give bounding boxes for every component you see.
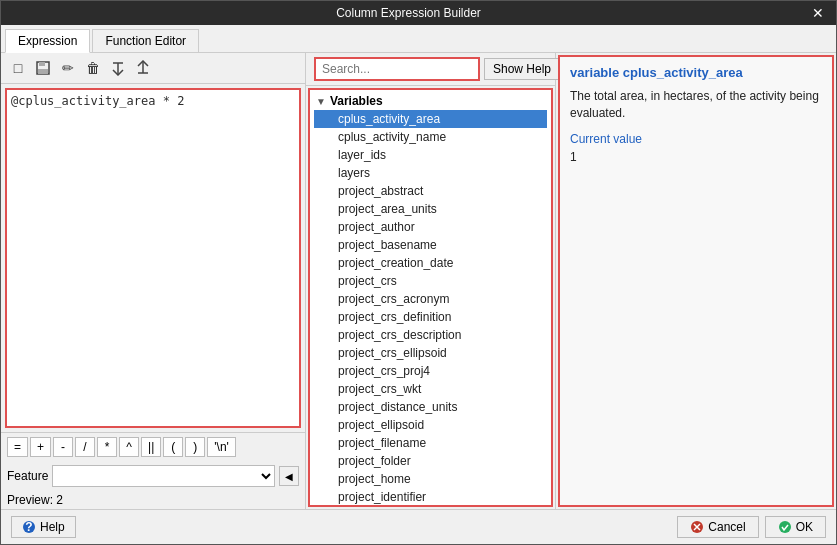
delete-expression-button[interactable]: 🗑 (82, 57, 104, 79)
ok-button[interactable]: OK (765, 516, 826, 538)
import-button[interactable] (107, 57, 129, 79)
list-item[interactable]: project_folder (314, 452, 547, 470)
list-item[interactable]: cplus_activity_name (314, 128, 547, 146)
list-item[interactable]: project_crs_acronym (314, 290, 547, 308)
variable-description: The total area, in hectares, of the acti… (570, 88, 822, 122)
cancel-icon (690, 520, 704, 534)
op-divide[interactable]: / (75, 437, 95, 457)
list-item[interactable]: project_distance_units (314, 398, 547, 416)
edit-expression-button[interactable]: ✏ (57, 57, 79, 79)
title-bar: Column Expression Builder ✕ (1, 1, 836, 25)
list-item[interactable]: project_crs_definition (314, 308, 547, 326)
op-concat[interactable]: || (141, 437, 161, 457)
list-item[interactable]: project_home (314, 470, 547, 488)
close-button[interactable]: ✕ (808, 5, 828, 21)
expand-arrow-icon: ▼ (316, 96, 326, 107)
main-content: □ ✏ 🗑 @cplus_activity_area * 2 = + - (1, 53, 836, 509)
list-item[interactable]: project_ellipsoid (314, 416, 547, 434)
help-panel: variable cplus_activity_area The total a… (558, 55, 834, 507)
list-item[interactable]: layer_ids (314, 146, 547, 164)
preview-value: 2 (56, 493, 63, 507)
help-button[interactable]: ? Help (11, 516, 76, 538)
operators-bar: = + - / * ^ || ( ) '\n' (1, 432, 305, 461)
variables-group: ▼ Variables cplus_activity_area cplus_ac… (310, 90, 551, 507)
list-item[interactable]: project_crs (314, 272, 547, 290)
variables-group-header[interactable]: ▼ Variables (314, 92, 547, 110)
svg-text:?: ? (25, 520, 32, 534)
feature-row: Feature ◀ (1, 461, 305, 491)
save-expression-button[interactable] (32, 57, 54, 79)
dialog-title: Column Expression Builder (9, 6, 808, 20)
cancel-button[interactable]: Cancel (677, 516, 758, 538)
tab-function-editor[interactable]: Function Editor (92, 29, 199, 52)
op-newline[interactable]: '\n' (207, 437, 236, 457)
svg-rect-2 (38, 69, 48, 74)
expression-input[interactable]: @cplus_activity_area * 2 (5, 88, 301, 428)
op-lparen[interactable]: ( (163, 437, 183, 457)
list-item[interactable]: project_author (314, 218, 547, 236)
list-item[interactable]: project_filename (314, 434, 547, 452)
list-item[interactable]: layers (314, 164, 547, 182)
help-icon: ? (22, 520, 36, 534)
search-input[interactable] (314, 57, 480, 81)
tab-expression[interactable]: Expression (5, 29, 90, 53)
list-item[interactable]: project_basename (314, 236, 547, 254)
svg-point-14 (779, 521, 791, 533)
tab-bar: Expression Function Editor (1, 25, 836, 53)
current-value-label: Current value (570, 132, 822, 146)
op-multiply[interactable]: * (97, 437, 117, 457)
variables-group-label: Variables (330, 94, 383, 108)
op-equals[interactable]: = (7, 437, 28, 457)
expression-toolbar: □ ✏ 🗑 (1, 53, 305, 84)
list-item[interactable]: project_area_units (314, 200, 547, 218)
preview-row: Preview: 2 (1, 491, 305, 509)
variables-tree: ▼ Variables cplus_activity_area cplus_ac… (308, 88, 553, 507)
variable-title: variable cplus_activity_area (570, 65, 822, 80)
left-panel: □ ✏ 🗑 @cplus_activity_area * 2 = + - (1, 53, 306, 509)
list-item[interactable]: project_crs_wkt (314, 380, 547, 398)
feature-label: Feature (7, 469, 48, 483)
feature-select[interactable] (52, 465, 275, 487)
column-expression-builder-dialog: Column Expression Builder ✕ Expression F… (0, 0, 837, 545)
svg-rect-1 (39, 62, 45, 66)
op-power[interactable]: ^ (119, 437, 139, 457)
new-expression-button[interactable]: □ (7, 57, 29, 79)
list-item[interactable]: project_identifier (314, 488, 547, 506)
middle-panel: Show Help ▼ Variables cplus_activity_are… (306, 53, 556, 509)
op-minus[interactable]: - (53, 437, 73, 457)
cancel-button-label: Cancel (708, 520, 745, 534)
list-item[interactable]: project_creation_date (314, 254, 547, 272)
prev-feature-button[interactable]: ◀ (279, 466, 299, 486)
bottom-bar: ? Help Cancel OK (1, 509, 836, 544)
show-help-button[interactable]: Show Help (484, 58, 560, 80)
ok-button-label: OK (796, 520, 813, 534)
op-rparen[interactable]: ) (185, 437, 205, 457)
bottom-right-buttons: Cancel OK (677, 516, 826, 538)
list-item[interactable]: project_crs_description (314, 326, 547, 344)
list-item[interactable]: project_abstract (314, 182, 547, 200)
current-value: 1 (570, 150, 822, 164)
list-item[interactable]: project_crs_ellipsoid (314, 344, 547, 362)
right-panel-wrapper: variable cplus_activity_area The total a… (556, 53, 836, 509)
export-button[interactable] (132, 57, 154, 79)
list-item[interactable]: project_crs_proj4 (314, 362, 547, 380)
ok-icon (778, 520, 792, 534)
search-bar: Show Help (306, 53, 555, 86)
preview-label: Preview: (7, 493, 53, 507)
list-item[interactable]: cplus_activity_area (314, 110, 547, 128)
help-button-label: Help (40, 520, 65, 534)
op-plus[interactable]: + (30, 437, 51, 457)
